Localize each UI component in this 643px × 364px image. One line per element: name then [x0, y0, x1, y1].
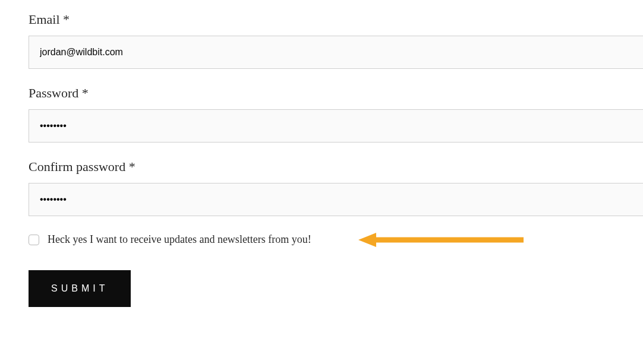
password-group: Password *: [29, 86, 643, 143]
submit-button[interactable]: SUBMIT: [29, 270, 131, 307]
password-field[interactable]: [29, 109, 643, 143]
confirm-password-field[interactable]: [29, 183, 643, 216]
confirm-password-group: Confirm password *: [29, 159, 643, 216]
svg-marker-1: [358, 233, 376, 247]
annotation-arrow: [358, 232, 525, 248]
arrow-left-icon: [358, 232, 525, 248]
email-field[interactable]: [29, 36, 643, 69]
email-label: Email *: [29, 12, 643, 27]
newsletter-label: Heck yes I want to receive updates and n…: [48, 233, 311, 246]
newsletter-row: Heck yes I want to receive updates and n…: [29, 233, 643, 246]
newsletter-checkbox[interactable]: [29, 235, 39, 245]
email-group: Email *: [29, 12, 643, 69]
password-label: Password *: [29, 86, 643, 101]
confirm-password-label: Confirm password *: [29, 159, 643, 175]
